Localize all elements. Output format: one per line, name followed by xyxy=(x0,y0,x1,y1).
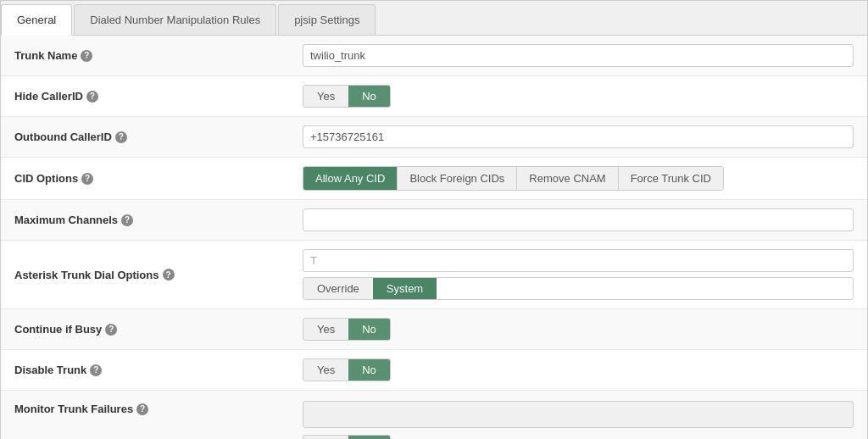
monitor-trunk-no-btn[interactable]: No xyxy=(348,436,390,439)
outbound-callerid-row: Outbound CallerID ? xyxy=(1,117,867,158)
monitor-trunk-help-icon[interactable]: ? xyxy=(136,403,148,415)
main-container: General Dialed Number Manipulation Rules… xyxy=(0,0,868,439)
system-btn[interactable]: System xyxy=(373,278,437,299)
dial-options-control: Override System xyxy=(303,249,854,300)
outbound-callerid-input[interactable] xyxy=(303,125,854,148)
dial-options-area: Override System xyxy=(303,249,854,300)
trunk-name-row: Trunk Name ? xyxy=(1,36,867,76)
hide-callerid-row: Hide CallerID ? Yes No xyxy=(1,76,867,117)
override-system-group: Override System xyxy=(303,277,854,300)
monitor-trunk-toggle: Yes No xyxy=(303,435,391,439)
hide-callerid-toggle: Yes No xyxy=(303,85,391,108)
hide-callerid-control: Yes No xyxy=(303,85,854,108)
cid-force-trunk-btn[interactable]: Force Trunk CID xyxy=(619,167,723,190)
trunk-name-help-icon[interactable]: ? xyxy=(81,50,92,62)
disable-trunk-row: Disable Trunk ? Yes No xyxy=(1,350,867,391)
hide-callerid-yes-btn[interactable]: Yes xyxy=(303,86,348,107)
disable-trunk-yes-btn[interactable]: Yes xyxy=(303,359,348,381)
trunk-name-label: Trunk Name ? xyxy=(14,49,303,62)
trunk-name-control xyxy=(303,44,854,67)
cid-options-help-icon[interactable]: ? xyxy=(81,173,93,185)
continue-if-busy-toggle: Yes No xyxy=(303,318,391,341)
continue-if-busy-no-btn[interactable]: No xyxy=(348,319,390,340)
continue-if-busy-control: Yes No xyxy=(303,318,854,341)
cid-options-label: CID Options ? xyxy=(14,172,303,185)
dial-options-row: Asterisk Trunk Dial Options ? Override S… xyxy=(1,241,867,309)
outbound-callerid-control xyxy=(303,125,854,148)
tab-bar: General Dialed Number Manipulation Rules… xyxy=(1,1,867,36)
tab-pjsip[interactable]: pjsip Settings xyxy=(278,4,376,35)
max-channels-control xyxy=(303,208,854,231)
tab-general[interactable]: General xyxy=(1,4,72,36)
hide-callerid-label: Hide CallerID ? xyxy=(14,90,303,103)
dial-options-label: Asterisk Trunk Dial Options ? xyxy=(14,269,303,281)
disable-trunk-control: Yes No xyxy=(303,358,854,381)
cid-options-row: CID Options ? Allow Any CID Block Foreig… xyxy=(1,158,867,200)
cid-block-foreign-btn[interactable]: Block Foreign CIDs xyxy=(398,167,517,190)
tab-dnmr[interactable]: Dialed Number Manipulation Rules xyxy=(74,4,276,35)
monitor-trunk-control: Yes No xyxy=(303,401,854,439)
cid-allow-any-btn[interactable]: Allow Any CID xyxy=(303,167,398,190)
cid-options-group: Allow Any CID Block Foreign CIDs Remove … xyxy=(303,166,724,191)
disable-trunk-label: Disable Trunk ? xyxy=(14,364,303,376)
continue-if-busy-row: Continue if Busy ? Yes No xyxy=(1,309,867,350)
disable-trunk-toggle: Yes No xyxy=(303,358,391,381)
trunk-name-input[interactable] xyxy=(303,44,854,67)
dial-options-help-icon[interactable]: ? xyxy=(163,269,175,281)
cid-remove-cnam-btn[interactable]: Remove CNAM xyxy=(517,167,618,190)
continue-if-busy-label: Continue if Busy ? xyxy=(14,323,303,336)
disable-trunk-no-btn[interactable]: No xyxy=(348,359,390,381)
max-channels-row: Maximum Channels ? xyxy=(1,200,867,241)
form-body: Trunk Name ? Hide CallerID ? Yes No xyxy=(1,36,867,439)
continue-if-busy-help-icon[interactable]: ? xyxy=(105,324,117,336)
hide-callerid-help-icon[interactable]: ? xyxy=(86,91,98,103)
cid-options-control: Allow Any CID Block Foreign CIDs Remove … xyxy=(303,166,854,191)
outbound-callerid-help-icon[interactable]: ? xyxy=(115,131,127,143)
monitor-trunk-label: Monitor Trunk Failures ? xyxy=(14,401,303,415)
max-channels-input[interactable] xyxy=(303,208,854,231)
max-channels-label: Maximum Channels ? xyxy=(14,214,303,226)
monitor-trunk-yes-btn[interactable]: Yes xyxy=(303,436,348,439)
disable-trunk-help-icon[interactable]: ? xyxy=(90,364,102,376)
outbound-callerid-label: Outbound CallerID ? xyxy=(14,131,303,143)
continue-if-busy-yes-btn[interactable]: Yes xyxy=(303,319,348,340)
override-btn[interactable]: Override xyxy=(303,278,373,299)
monitor-trunk-row: Monitor Trunk Failures ? Yes No xyxy=(1,391,867,439)
max-channels-help-icon[interactable]: ? xyxy=(121,214,133,226)
hide-callerid-no-btn[interactable]: No xyxy=(348,86,390,107)
dial-options-input[interactable] xyxy=(303,249,854,272)
